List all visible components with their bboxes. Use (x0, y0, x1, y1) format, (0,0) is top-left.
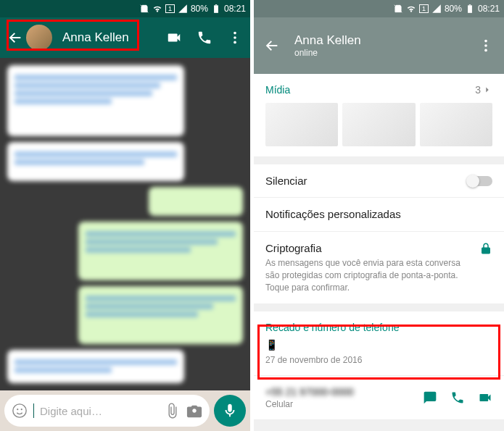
more-icon[interactable] (478, 38, 494, 54)
crypto-title: Criptografia (265, 242, 472, 254)
encryption-row[interactable]: Criptografia As mensagens que você envia… (254, 232, 504, 304)
phone-number-row[interactable]: +55 21 97000-0000 Celular (254, 376, 504, 420)
back-button[interactable] (7, 25, 52, 51)
svg-rect-8 (468, 5, 472, 12)
svg-point-3 (234, 36, 236, 39)
mute-toggle[interactable] (468, 176, 492, 186)
chat-screen: 1 80% 08:21 Anna Kellen Digite aqui… (0, 0, 250, 431)
status-phone-section[interactable]: Recado e número de telefone 📱 27 de nove… (254, 311, 504, 376)
svg-point-11 (484, 44, 487, 47)
input-placeholder: Digite aqui… (40, 405, 159, 417)
input-bar: Digite aqui… (0, 390, 250, 431)
svg-point-10 (484, 40, 487, 43)
contact-name: Anna Kellen (294, 33, 463, 48)
svg-rect-0 (214, 5, 218, 12)
avatar (26, 25, 52, 51)
message-in[interactable] (7, 65, 184, 136)
status-date: 27 de novembro de 2016 (265, 355, 492, 365)
clock: 08:21 (478, 4, 500, 14)
battery-percent: 80% (191, 4, 208, 14)
sim-indicator: 1 (165, 4, 175, 13)
wifi-icon (152, 4, 162, 14)
signal-icon (178, 4, 188, 14)
custom-notif-label: Notificações personalizadas (265, 208, 401, 220)
crypto-desc: As mensagens que você envia para esta co… (265, 257, 472, 293)
media-thumb[interactable] (420, 103, 492, 146)
media-thumb[interactable] (342, 103, 415, 146)
arrow-left-icon (7, 30, 23, 46)
message-icon[interactable] (423, 390, 437, 405)
clock: 08:21 (224, 4, 246, 14)
chat-body[interactable] (0, 58, 250, 390)
call-icon[interactable] (450, 390, 465, 405)
media-label: Mídia (265, 84, 290, 96)
message-out[interactable] (78, 222, 244, 280)
attach-icon[interactable] (165, 403, 181, 419)
battery-percent: 80% (445, 4, 462, 14)
lock-icon (479, 242, 492, 258)
svg-point-12 (484, 49, 487, 52)
svg-point-2 (234, 32, 236, 35)
contact-info-screen: 1 80% 08:21 Anna Kellen online Mídia 3 S… (254, 0, 504, 431)
no-sim-icon (139, 4, 149, 14)
status-bar: 1 80% 08:21 (0, 0, 250, 17)
contact-status: online (294, 48, 463, 58)
camera-icon[interactable] (186, 403, 202, 419)
back-button[interactable] (264, 38, 280, 54)
text-cursor (33, 403, 34, 418)
mic-icon (222, 403, 238, 419)
contact-name[interactable]: Anna Kellen (62, 30, 156, 45)
message-out[interactable] (78, 286, 244, 344)
mic-button[interactable] (214, 395, 246, 427)
battery-icon (465, 4, 475, 14)
svg-rect-1 (215, 4, 217, 5)
media-thumb[interactable] (265, 103, 338, 146)
phone-type: Celular (265, 399, 354, 409)
sim-indicator: 1 (419, 4, 429, 13)
signal-icon (431, 4, 442, 14)
mute-row[interactable]: Silenciar (254, 164, 504, 198)
message-in[interactable] (7, 142, 184, 182)
voice-call-icon[interactable] (197, 30, 212, 46)
no-sim-icon (393, 4, 403, 14)
video-call-icon[interactable] (166, 30, 182, 46)
wifi-icon (406, 4, 416, 14)
message-in[interactable] (7, 350, 184, 383)
status-section-title: Recado e número de telefone (265, 322, 492, 333)
status-emoji: 📱 (265, 339, 492, 351)
media-section[interactable]: Mídia 3 (254, 74, 504, 157)
battery-icon (211, 4, 221, 14)
chevron-right-icon (482, 85, 492, 95)
phone-number: +55 21 97000-0000 (265, 386, 354, 398)
svg-point-7 (21, 409, 22, 410)
custom-notifications-row[interactable]: Notificações personalizadas (254, 198, 504, 232)
video-icon[interactable] (478, 390, 492, 405)
message-input[interactable]: Digite aqui… (4, 395, 210, 427)
chat-header: Anna Kellen (0, 17, 250, 58)
message-out[interactable] (149, 187, 243, 216)
status-bar: 1 80% 08:21 (254, 0, 504, 17)
svg-point-6 (17, 409, 18, 410)
media-thumbnails[interactable] (265, 103, 492, 146)
mute-label: Silenciar (265, 175, 307, 187)
emoji-icon[interactable] (12, 403, 28, 419)
media-count: 3 (475, 84, 481, 96)
svg-point-4 (234, 41, 236, 44)
info-header: Anna Kellen online (254, 17, 504, 74)
svg-rect-9 (469, 4, 471, 5)
svg-point-5 (13, 404, 26, 417)
more-icon[interactable] (227, 30, 243, 46)
